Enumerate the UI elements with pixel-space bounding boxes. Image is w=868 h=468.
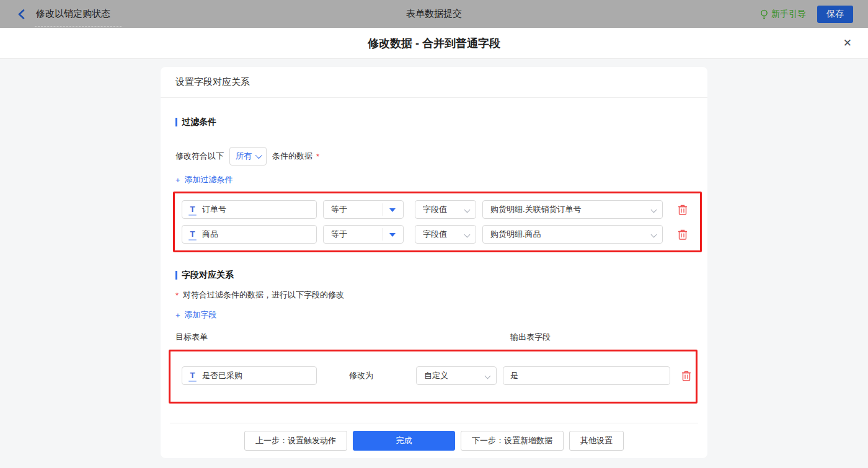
- workflow-title[interactable]: 修改以销定购状态: [36, 8, 110, 20]
- filter-field-select[interactable]: T 订单号: [182, 200, 317, 219]
- section-accent-bar: [175, 118, 177, 126]
- condition-match-select[interactable]: 所有: [229, 147, 267, 166]
- delete-row-button[interactable]: [678, 203, 689, 216]
- text-field-icon: T: [188, 371, 197, 380]
- done-button[interactable]: 完成: [353, 431, 455, 451]
- value-field-value: 购货明细.关联销货订单号: [490, 204, 582, 215]
- modify-to-label: 修改为: [349, 370, 384, 381]
- filter-section-title: 过滤条件: [175, 117, 693, 128]
- annotation-box-mapping: T 是否已采购 修改为 自定义: [169, 350, 698, 404]
- plus-icon: +: [175, 175, 180, 185]
- delete-row-button[interactable]: [681, 369, 693, 382]
- target-field-name: 是否已采购: [202, 370, 242, 381]
- annotation-box-filters: T 订单号 等于 字段值 购货明细.关联销货订单号: [173, 192, 702, 252]
- mapping-row: T 是否已采购 修改为 自定义: [182, 366, 696, 385]
- value-type-value: 字段值: [423, 229, 447, 240]
- value-type-value: 字段值: [423, 204, 447, 215]
- chevron-down-icon: [464, 207, 471, 213]
- filter-row: T 订单号 等于 字段值 购货明细.关联销货订单号: [182, 200, 700, 219]
- modal-body: 设置字段对应关系 过滤条件 修改符合以下 所有 条件的数据 * + 添加过滤条件: [0, 67, 868, 468]
- section-accent-bar: [175, 271, 177, 280]
- add-filter-condition-link[interactable]: + 添加过滤条件: [175, 174, 233, 185]
- modal-title: 修改数据 - 合并到普通字段: [368, 36, 500, 51]
- next-step-button[interactable]: 下一步：设置新增数据: [461, 431, 564, 451]
- required-asterisk: *: [316, 152, 319, 161]
- mapping-section-title: 字段对应关系: [175, 270, 693, 281]
- card-header: 设置字段对应关系: [161, 67, 707, 98]
- operator-select[interactable]: 等于: [323, 200, 404, 219]
- chevron-left-icon: [17, 9, 25, 19]
- filter-field-name: 商品: [202, 229, 218, 240]
- plus-icon: +: [175, 311, 180, 320]
- lightbulb-icon: [760, 9, 768, 19]
- value-type-select[interactable]: 字段值: [415, 225, 476, 244]
- filter-field-select[interactable]: T 商品: [182, 225, 317, 244]
- add-filter-label: 添加过滤条件: [185, 174, 233, 185]
- caret-down-icon: [389, 233, 396, 237]
- operator-value: 等于: [331, 229, 347, 240]
- filter-row: T 商品 等于 字段值 购货明细.商品: [182, 225, 700, 244]
- settings-card: 设置字段对应关系 过滤条件 修改符合以下 所有 条件的数据 * + 添加过滤条件: [161, 67, 707, 458]
- card-footer: 上一步：设置触发动作 完成 下一步：设置新增数据 其他设置: [161, 423, 707, 458]
- chevron-down-icon: [651, 232, 657, 238]
- chevron-down-icon: [485, 373, 491, 379]
- title-edit-underline: [35, 26, 122, 27]
- back-button[interactable]: [15, 8, 27, 20]
- guide-label: 新手引导: [771, 9, 806, 20]
- trash-icon: [678, 229, 688, 240]
- condition-suffix: 条件的数据: [272, 151, 312, 162]
- trash-icon: [678, 204, 688, 215]
- mapping-description: 对符合过滤条件的数据，进行以下字段的修改: [183, 289, 344, 301]
- add-field-label: 添加字段: [185, 309, 217, 320]
- value-field-value: 购货明细.商品: [490, 229, 541, 240]
- required-asterisk: *: [175, 291, 179, 300]
- trash-icon: [681, 370, 691, 381]
- filter-field-name: 订单号: [202, 204, 226, 215]
- filter-section-label: 过滤条件: [182, 117, 216, 128]
- value-mode-value: 自定义: [424, 370, 448, 381]
- chevron-down-icon: [464, 232, 471, 238]
- chevron-down-icon: [651, 207, 657, 213]
- value-field-select[interactable]: 购货明细.商品: [482, 225, 663, 244]
- target-field-select[interactable]: T 是否已采购: [182, 366, 317, 385]
- save-button[interactable]: 保存: [817, 6, 853, 23]
- operator-select[interactable]: 等于: [323, 225, 404, 244]
- delete-row-button[interactable]: [678, 228, 689, 241]
- value-type-select[interactable]: 字段值: [415, 200, 476, 219]
- custom-value-input[interactable]: [503, 366, 670, 385]
- modal-header: 修改数据 - 合并到普通字段 ✕: [0, 28, 868, 59]
- column-header-output-field: 输出表字段: [510, 332, 551, 343]
- mapping-section-label: 字段对应关系: [182, 270, 234, 281]
- other-settings-button[interactable]: 其他设置: [569, 431, 624, 451]
- value-field-select[interactable]: 购货明细.关联销货订单号: [482, 200, 663, 219]
- caret-down-icon: [389, 208, 396, 212]
- value-mode-select[interactable]: 自定义: [416, 366, 497, 385]
- close-icon[interactable]: ✕: [843, 37, 852, 50]
- app-title: 表单数据提交: [0, 0, 868, 28]
- text-field-icon: T: [188, 230, 197, 239]
- column-header-target-form: 目标表单: [175, 332, 208, 342]
- chevron-down-icon: [255, 152, 262, 159]
- operator-value: 等于: [331, 204, 347, 215]
- prev-step-button[interactable]: 上一步：设置触发动作: [244, 431, 347, 451]
- topbar: 修改以销定购状态 表单数据提交 新手引导 保存: [0, 0, 868, 28]
- condition-select-value: 所有: [236, 151, 252, 162]
- add-field-link[interactable]: + 添加字段: [175, 309, 217, 320]
- beginner-guide-link[interactable]: 新手引导: [760, 9, 806, 20]
- text-field-icon: T: [188, 205, 197, 214]
- condition-prefix: 修改符合以下: [175, 151, 224, 162]
